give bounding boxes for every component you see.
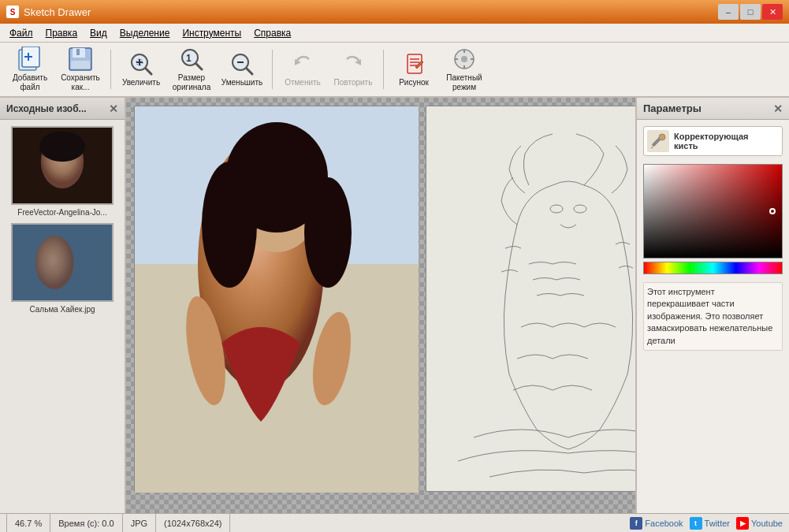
add-file-button[interactable]: Добавитьфайл [6,46,54,93]
save-label: Сохранитькак... [61,73,100,92]
zoom-out-label: Уменьшить [221,78,262,87]
zoom-status: 46.7 % [6,514,50,532]
list-item[interactable]: Сальма Хайек.jpg [6,223,118,314]
svg-point-46 [304,177,352,288]
save-button[interactable]: Сохранитькак... [57,46,104,93]
zoom-fit-icon: 1 [179,47,204,72]
svg-line-14 [196,64,202,69]
hue-slider[interactable] [643,262,783,274]
minimize-button[interactable]: – [718,4,739,20]
redo-button[interactable]: Повторить [329,46,377,93]
menu-view[interactable]: Вид [84,26,114,40]
app-title: Sketch Drawer [24,6,91,18]
tool-selector: Корректорующаякисть [643,126,783,156]
youtube-label: Youtube [751,519,783,528]
svg-line-11 [146,69,151,74]
dimensions-status: (1024x768x24) [156,514,230,532]
right-panel-close[interactable]: ✕ [773,102,783,115]
batch-button[interactable]: Пакетныйрежим [441,46,488,93]
zoom-in-button[interactable]: Увеличить [117,46,165,93]
tool-name: Корректорующаякисть [674,132,749,151]
draw-label: Рисунок [399,78,429,87]
app-icon: S [6,6,19,18]
toolbar-sep-1 [110,50,111,89]
draw-icon [401,51,426,76]
right-panel: Параметры ✕ Корректорующаякисть [635,98,789,513]
left-panel-title: Исходные изоб... [6,103,87,114]
thumbnail-1-label: FreeVector-Angelina-Jo... [17,208,106,217]
thumbnail-2-label: Сальма Хайек.jpg [29,305,95,314]
zoom-in-icon [128,51,154,76]
maximize-button[interactable]: □ [740,4,761,20]
svg-rect-35 [13,128,112,204]
batch-icon [452,47,477,72]
format-value: JPG [131,519,147,528]
svg-point-27 [461,56,467,62]
time-value: Время (с): 0.0 [58,519,114,528]
thumbnail-2 [11,223,114,302]
twitter-link[interactable]: t Twitter [690,517,730,530]
zoom-value: 46.7 % [15,519,42,528]
dimensions-value: (1024x768x24) [164,519,221,528]
right-panel-header: Параметры ✕ [637,98,789,120]
toolbar-sep-3 [383,50,384,89]
twitter-icon: t [690,517,702,530]
zoom-fit-button[interactable]: 1 Размероригинала [168,46,215,93]
time-status: Время (с): 0.0 [50,514,122,532]
facebook-label: Facebook [645,519,683,528]
tool-description: Этот инструмент перекрашивает части изоб… [643,282,783,351]
title-bar: S Sketch Drawer – □ ✕ [0,0,789,24]
twitter-label: Twitter [705,519,730,528]
add-file-label: Добавитьфайл [13,73,47,92]
zoom-out-icon [229,51,255,76]
list-item[interactable]: FreeVector-Angelina-Jo... [6,126,118,217]
menu-file[interactable]: Файл [3,26,39,40]
svg-point-50 [574,205,586,213]
svg-point-52 [659,134,665,140]
close-button[interactable]: ✕ [762,4,783,20]
menu-edit[interactable]: Правка [39,26,84,40]
main-image [134,106,418,492]
title-bar-left: S Sketch Drawer [6,6,91,18]
svg-rect-38 [13,225,112,301]
svg-text:1: 1 [186,53,192,64]
undo-button[interactable]: Отменить [279,46,326,93]
save-icon [68,47,93,72]
color-picker[interactable] [643,164,783,274]
facebook-icon: f [630,517,642,530]
canvas-area: Синяя ручка Фломастер Простой рисунок Яр… [126,98,635,513]
svg-line-18 [247,69,252,74]
youtube-link[interactable]: ▶ Youtube [736,517,783,530]
right-panel-title: Параметры [643,102,702,114]
svg-point-45 [202,162,257,288]
tool-icon [647,130,669,152]
add-icon [17,47,43,72]
toolbar: Добавитьфайл Сохранитькак... Увеличить [0,43,789,98]
svg-point-49 [550,205,563,213]
format-status: JPG [123,514,156,532]
right-panel-content: Корректорующаякисть Этот инструмент пере… [637,120,789,513]
main-area: Исходные изоб... ✕ [0,98,789,513]
menu-help[interactable]: Справка [247,26,297,40]
left-panel-close[interactable]: ✕ [109,102,118,115]
zoom-out-button[interactable]: Уменьшить [218,46,266,93]
left-panel-header: Исходные изоб... ✕ [0,98,125,120]
social-links: f Facebook t Twitter ▶ Youtube [630,517,783,530]
svg-rect-7 [76,49,80,55]
zoom-fit-label: Размероригинала [173,73,210,92]
menu-bar: Файл Правка Вид Выделение Инструменты Сп… [0,24,789,43]
thumbnail-1 [11,126,114,205]
undo-label: Отменить [285,78,321,87]
menu-tools[interactable]: Инструменты [176,26,247,40]
batch-label: Пакетныйрежим [446,73,482,92]
status-bar: 46.7 % Время (с): 0.0 JPG (1024x768x24) … [0,513,789,532]
thumbnail-list: FreeVector-Angelina-Jo... [0,120,125,513]
color-cursor [769,208,776,214]
redo-icon [341,51,366,76]
facebook-link[interactable]: f Facebook [630,517,683,530]
zoom-in-label: Увеличить [122,78,160,87]
color-gradient[interactable] [643,164,783,259]
sketch-image [426,106,635,492]
menu-select[interactable]: Выделение [114,26,177,40]
draw-button[interactable]: Рисунок [390,46,437,93]
